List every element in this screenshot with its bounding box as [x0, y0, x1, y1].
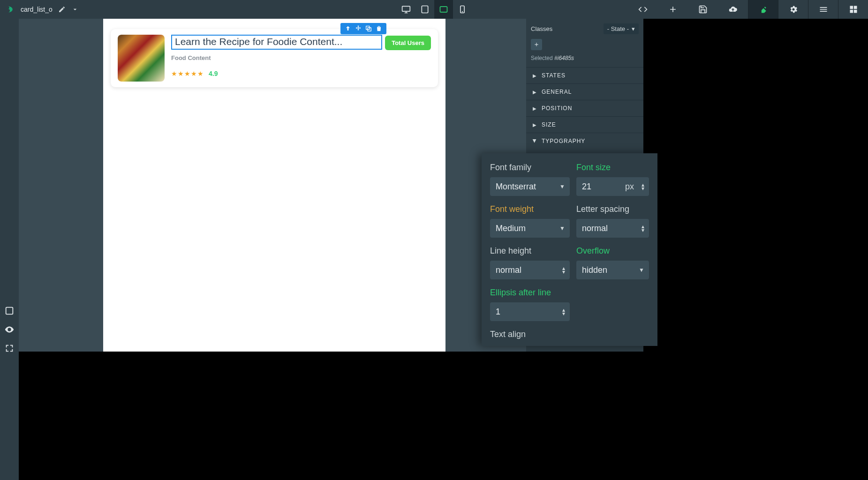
- outline-icon[interactable]: [4, 306, 15, 316]
- copy-icon[interactable]: [365, 25, 372, 32]
- stepper-icon[interactable]: ▴▾: [642, 225, 644, 232]
- chevron-down-icon: ▼: [559, 225, 565, 232]
- chevron-down-icon: ▾: [632, 25, 635, 32]
- line-height-label: Line height: [490, 246, 570, 256]
- accordion-label: STATES: [542, 72, 566, 79]
- font-family-value: Montserrat: [496, 182, 536, 192]
- svg-point-4: [462, 12, 462, 12]
- card-subtitle[interactable]: Food Content: [171, 54, 431, 61]
- caret-down-icon: ▶: [532, 139, 537, 143]
- card-list-item[interactable]: Learn the Recipe for Foodie Content... F…: [111, 29, 438, 87]
- rating-value: 4.9: [209, 70, 218, 77]
- device-desktop-button[interactable]: [397, 0, 415, 19]
- svg-rect-8: [853, 10, 857, 13]
- typography-panel: Font family Montserrat ▼ Font size px ▴▾…: [482, 153, 657, 346]
- svg-rect-6: [853, 6, 857, 9]
- app-logo-icon: [7, 5, 15, 14]
- menu-button[interactable]: [808, 0, 838, 19]
- letter-spacing-value: normal: [582, 224, 608, 233]
- accordion-states[interactable]: ▶STATES: [526, 67, 643, 83]
- line-height-value: normal: [496, 265, 521, 275]
- add-button[interactable]: [658, 0, 688, 19]
- ellipsis-value: 1: [496, 307, 500, 317]
- select-parent-icon[interactable]: [344, 25, 352, 32]
- caret-right-icon: ▶: [533, 106, 537, 111]
- svg-rect-2: [440, 7, 447, 12]
- svg-rect-1: [422, 6, 428, 13]
- device-tablet-portrait-button[interactable]: [434, 0, 453, 19]
- overflow-label: Overflow: [576, 246, 649, 256]
- caret-right-icon: ▶: [533, 90, 537, 95]
- delete-icon[interactable]: [375, 25, 383, 32]
- card-title[interactable]: Learn the Recipe for Foodie Content...: [171, 35, 382, 50]
- font-family-label: Font family: [490, 163, 570, 172]
- selected-prefix: Selected: [531, 55, 553, 61]
- accordion-label: SIZE: [542, 121, 556, 128]
- font-weight-label: Font weight: [490, 204, 570, 214]
- settings-button[interactable]: [778, 0, 808, 19]
- device-switcher: [397, 0, 472, 19]
- accordion-typography[interactable]: ▶TYPOGRAPHY: [526, 133, 643, 149]
- chevron-down-icon: ▼: [639, 267, 644, 273]
- text-align-label: Text align: [490, 330, 649, 339]
- preview-eye-icon[interactable]: [4, 324, 15, 335]
- stepper-icon[interactable]: ▴▾: [562, 308, 565, 315]
- font-size-label: Font size: [576, 163, 649, 172]
- caret-right-icon: ▶: [533, 122, 537, 128]
- move-icon[interactable]: [355, 25, 362, 32]
- svg-rect-0: [402, 6, 410, 11]
- overflow-select[interactable]: hidden ▼: [576, 261, 649, 279]
- accordion-position[interactable]: ▶POSITION: [526, 100, 643, 116]
- letter-spacing-label: Letter spacing: [576, 204, 649, 214]
- font-weight-select[interactable]: Medium ▼: [490, 219, 570, 238]
- font-size-input[interactable]: px ▴▾: [576, 177, 649, 196]
- svg-rect-9: [6, 308, 13, 315]
- svg-rect-5: [850, 6, 853, 9]
- device-mobile-button[interactable]: [453, 0, 472, 19]
- state-select[interactable]: - State - ▾: [604, 23, 639, 34]
- cloud-upload-button[interactable]: [718, 0, 748, 19]
- stepper-icon[interactable]: ▴▾: [642, 183, 644, 190]
- font-weight-value: Medium: [496, 224, 526, 233]
- canvas-page[interactable]: Learn the Recipe for Foodie Content... F…: [103, 19, 445, 352]
- chevron-down-icon[interactable]: [71, 6, 79, 13]
- accordion-label: POSITION: [542, 105, 572, 112]
- selected-id: #i6485s: [554, 55, 574, 61]
- classes-label: Classes: [531, 25, 552, 32]
- chevron-down-icon: ▼: [559, 183, 565, 190]
- code-view-button[interactable]: [628, 0, 658, 19]
- font-size-unit[interactable]: px: [625, 182, 634, 192]
- accordion-label: TYPOGRAPHY: [542, 138, 585, 144]
- ellipsis-label: Ellipsis after line: [490, 288, 570, 298]
- caret-right-icon: ▶: [533, 73, 537, 78]
- card-image[interactable]: [118, 35, 165, 82]
- ellipsis-input[interactable]: 1 ▴▾: [490, 302, 570, 321]
- state-select-value: - State -: [607, 25, 629, 32]
- font-size-field[interactable]: [582, 182, 610, 192]
- file-name[interactable]: card_list_o: [21, 6, 53, 13]
- font-family-select[interactable]: Montserrat ▼: [490, 177, 570, 196]
- selection-toolbar: [340, 23, 386, 34]
- selected-element-line: Selected #i6485s: [526, 52, 643, 67]
- letter-spacing-input[interactable]: normal ▴▾: [576, 219, 649, 238]
- canvas-viewport[interactable]: Learn the Recipe for Foodie Content... F…: [19, 19, 526, 352]
- stepper-icon[interactable]: ▴▾: [562, 266, 565, 274]
- edit-icon[interactable]: [58, 6, 66, 13]
- grid-view-button[interactable]: [838, 0, 868, 19]
- left-rail: [0, 19, 19, 480]
- save-button[interactable]: [688, 0, 718, 19]
- add-class-button[interactable]: ＋: [531, 39, 542, 50]
- device-tablet-landscape-button[interactable]: [415, 0, 434, 19]
- accordion-label: GENERAL: [542, 89, 572, 95]
- fullscreen-icon[interactable]: [4, 343, 15, 353]
- star-rating-icon: ★★★★★: [171, 70, 204, 77]
- style-panel-button[interactable]: [748, 0, 778, 19]
- accordion-general[interactable]: ▶GENERAL: [526, 83, 643, 100]
- svg-rect-7: [850, 10, 853, 13]
- overflow-value: hidden: [582, 265, 607, 275]
- top-toolbar: card_list_o: [0, 0, 868, 19]
- line-height-input[interactable]: normal ▴▾: [490, 261, 570, 279]
- total-users-badge[interactable]: Total Users: [385, 36, 431, 50]
- accordion-size[interactable]: ▶SIZE: [526, 116, 643, 133]
